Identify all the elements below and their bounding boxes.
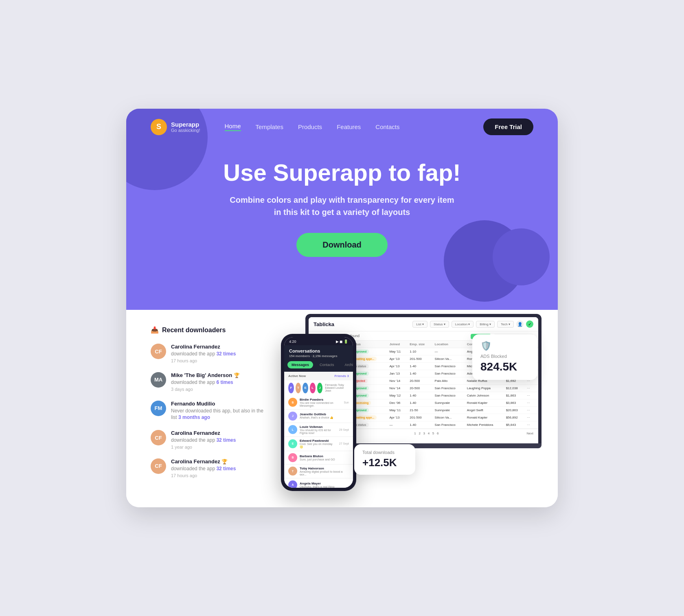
mini-avatar: J (317, 383, 323, 393)
downloader-name: Carolina Fernandez 🏆 (171, 458, 265, 465)
cell-emp: 1-40 (407, 399, 432, 407)
downloads-label: Total downloads (362, 450, 407, 455)
cell-edit[interactable]: ⋯ (524, 407, 538, 414)
cell-location: San Francisco (432, 421, 465, 429)
filter-list[interactable]: List ▾ (412, 321, 428, 328)
list-item[interactable]: B Barbara Bluton Sure, just purchase and… (284, 451, 353, 465)
download-count[interactable]: 32 times (216, 351, 236, 357)
cell-joined: Jan '13 (387, 370, 407, 377)
list-item[interactable]: B Birdie Powders You are now connected o… (284, 396, 353, 410)
mini-avatar: E (303, 383, 308, 393)
cell-location: Sunnyvale (432, 399, 465, 407)
list-item: CF Carolina Fernandez downloaded the app… (151, 344, 265, 363)
cell-edit[interactable]: ⋯ (524, 392, 538, 399)
downloader-time: 1 year ago (171, 445, 265, 449)
tab-archived[interactable]: Archived (341, 361, 353, 368)
check-icon: ✓ (526, 320, 533, 328)
cell-emp: 20-500 (407, 385, 432, 392)
hero-subtitle: Combine colors and play with transparenc… (228, 194, 456, 218)
cell-contact: Ronald Kapler (465, 399, 504, 407)
filter-tech[interactable]: Tech ▾ (497, 321, 514, 328)
cell-emp: 1-40 (407, 363, 432, 370)
nav-link-products[interactable]: Products (298, 123, 322, 130)
list-item[interactable]: A Angela Mayer Okohohо, that's a real th… (284, 478, 353, 488)
tab-contacts[interactable]: Contacts (316, 361, 338, 368)
cell-billing: $1,863 (504, 392, 524, 399)
list-item[interactable]: E Edward Pawlowski Cool. See you on mond… (284, 437, 353, 451)
cell-contact: Angel Swift (465, 407, 504, 414)
cell-location: Sunnyvale (432, 407, 465, 414)
logo-icon: S (151, 119, 167, 135)
list-item[interactable]: T Toby Halvorson Amazing digital product… (284, 465, 353, 478)
filter-billing[interactable]: Billing ▾ (476, 321, 495, 328)
downloader-desc: downloaded the app 32 times (171, 351, 265, 357)
list-item[interactable]: L Louie Volkman You should try iOS kit f… (284, 423, 353, 437)
nav-link-contacts[interactable]: Contacts (375, 123, 399, 130)
phone-chat-list: Active NowFriends 3 F T E L J Fernando T… (284, 372, 353, 488)
cell-edit[interactable]: ⋯ (524, 399, 538, 407)
free-trial-button[interactable]: Free Trial (483, 118, 533, 135)
avatar: FM (151, 401, 166, 416)
phone-screen: 4:20 ▶ ◼ 🔋 Conversations 154 members · 2… (284, 337, 353, 488)
cell-edit[interactable]: ⋯ (524, 421, 538, 429)
mini-avatar: T (296, 383, 301, 393)
cell-location: San Francisco (432, 370, 465, 377)
ads-value: 824.5K (480, 360, 529, 373)
recent-downloaders-panel: 📥 Recent downloaders CF Carolina Fernand… (151, 326, 265, 487)
table-controls: List ▾ Status ▾ Location ▾ Billing ▾ Tec… (412, 320, 533, 328)
cell-joined: Apr '13 (387, 414, 407, 421)
chat-avatar: L (288, 425, 297, 434)
tab-messages[interactable]: Messages (287, 361, 313, 368)
nav-link-templates[interactable]: Templates (256, 123, 283, 130)
download-button[interactable]: Download (296, 233, 388, 257)
downloader-info: Mike 'The Big' Anderson 🏆 downloaded the… (171, 372, 265, 392)
cell-billing: $3,863 (504, 399, 524, 407)
list-item: MA Mike 'The Big' Anderson 🏆 downloaded … (151, 372, 265, 392)
chat-content: Louie Volkman You should try iOS kit for… (300, 425, 337, 434)
nav-link-home[interactable]: Home (225, 123, 241, 131)
downloader-desc: downloaded the app 32 times (171, 465, 265, 472)
col-location: Location (432, 341, 465, 348)
cell-edit[interactable]: ⋯ (524, 414, 538, 421)
avatar-icon[interactable]: 👤 (516, 320, 524, 328)
cell-emp: 21-50 (407, 407, 432, 414)
cell-emp: 1-10 (407, 348, 432, 355)
app-mockups: 🛡️ ADS Blocked 824.5K 4:20 ▶ ◼ 🔋 Convers… (281, 326, 533, 487)
main-card: S Superapp Go asskicking! Home Templates… (126, 109, 558, 507)
cell-joined: Nov '14 (387, 385, 407, 392)
next-btn[interactable]: Next (527, 432, 533, 435)
chat-content: Angela Mayer Okohohо, that's a real thin… (300, 482, 349, 488)
download-count[interactable]: 32 times (216, 466, 236, 471)
cell-joined: Dec '06 (387, 399, 407, 407)
cell-emp: 201-500 (407, 355, 432, 363)
cell-edit[interactable]: ⋯ (524, 385, 538, 392)
filter-status[interactable]: Status ▾ (430, 321, 449, 328)
cell-emp: 201-500 (407, 414, 432, 421)
mini-avatar: F (288, 383, 294, 393)
cell-joined: Nov '14 (387, 377, 407, 385)
downloader-time-highlight[interactable]: 3 months ago (178, 414, 210, 420)
downloader-info: Carolina Fernandez 🏆 downloaded the app … (171, 458, 265, 478)
list-item[interactable]: J Jeanette Gottlieb Ahahah, that's a cho… (284, 410, 353, 423)
table-app-header: Tablicka List ▾ Status ▾ Location ▾ Bill… (309, 317, 538, 331)
table-app-title: Tablicka (314, 321, 334, 327)
download-count[interactable]: 6 times (216, 379, 233, 385)
cell-contact: Ronald Kapler (465, 414, 504, 421)
hero-section: S Superapp Go asskicking! Home Templates… (126, 109, 558, 310)
download-count[interactable]: 32 times (216, 437, 236, 443)
phone-tabs: Messages Contacts Archived (284, 361, 353, 372)
nav-link-features[interactable]: Features (337, 123, 361, 130)
cell-emp: 20-500 (407, 377, 432, 385)
cell-joined: Apr '13 (387, 355, 407, 363)
downloader-info: Carolina Fernandez downloaded the app 32… (171, 344, 265, 363)
cell-joined: May '11 (387, 348, 407, 355)
ads-icon: 🛡️ (480, 341, 529, 351)
cell-billing: $12,038 (504, 385, 524, 392)
col-joined: Joined (387, 341, 407, 348)
downloader-time: 3 days ago (171, 387, 265, 392)
ads-blocked-card: 🛡️ ADS Blocked 824.5K (472, 334, 537, 380)
chat-avatar: T (288, 467, 297, 476)
filter-location[interactable]: Location ▾ (452, 321, 474, 328)
navbar: S Superapp Go asskicking! Home Templates… (151, 109, 533, 143)
chat-avatar: B (288, 398, 297, 407)
